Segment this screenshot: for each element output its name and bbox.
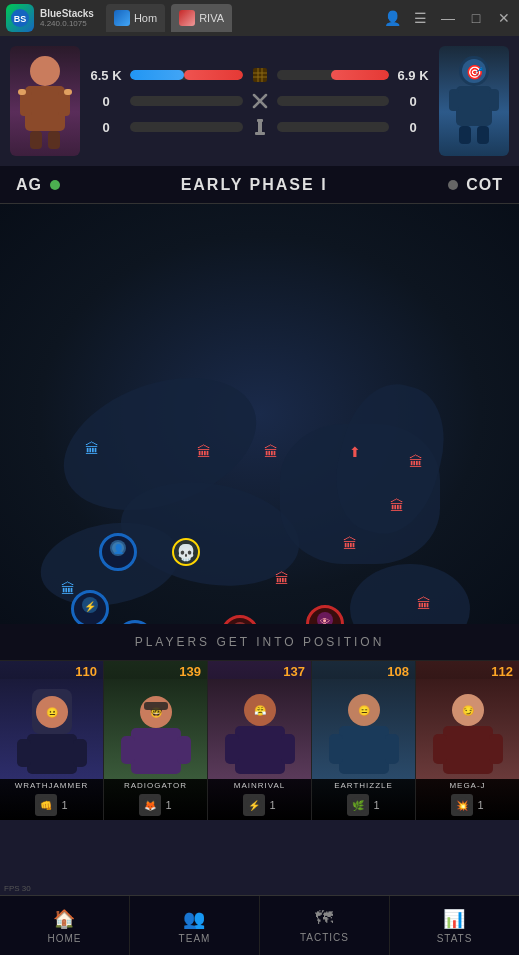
- svg-rect-63: [225, 734, 239, 764]
- roster-player-3: 137 😤 MAINRIVAL ⚡ 1: [208, 661, 312, 820]
- nav-stats-label: STATS: [437, 933, 473, 944]
- tower-icon: [249, 116, 271, 138]
- left-gold: 6.5 K: [88, 68, 124, 83]
- fps-value: 30: [22, 884, 31, 893]
- player3-bottom: ⚡ 1: [208, 792, 311, 820]
- svg-rect-55: [121, 736, 135, 764]
- towers-bar-left: [130, 122, 243, 132]
- svg-rect-64: [281, 734, 295, 764]
- roster-player-5: 112 😏 MEGA-J 💥 1: [416, 661, 519, 820]
- menu-button[interactable]: ☰: [411, 9, 429, 27]
- left-team-status-dot: [50, 180, 60, 190]
- minimize-button[interactable]: —: [439, 9, 457, 27]
- maximize-button[interactable]: □: [467, 9, 485, 27]
- nav-stats[interactable]: 📊 STATS: [390, 896, 519, 955]
- team-stats-center: 6.5 K 6.9 K 0: [88, 64, 431, 138]
- left-team-label: AG: [16, 176, 42, 194]
- tab-home-label: Hom: [134, 12, 157, 24]
- svg-rect-7: [48, 131, 60, 149]
- titlebar: BS BlueStacks 4.240.0.1075 Hom RIVA 👤 ☰ …: [0, 0, 519, 36]
- svg-rect-56: [177, 736, 191, 764]
- left-towers: 0: [88, 120, 124, 135]
- svg-text:👊: 👊: [40, 799, 53, 812]
- roster-bar: 110 😐 WRATHJAMMER 👊 1: [0, 660, 519, 820]
- player2-char-icon: 🦊: [139, 794, 161, 816]
- bottom-nav: 🏠 HOME 👥 TEAM 🗺 TACTICS 📊 STATS: [0, 895, 519, 955]
- phase-label: EARLY PHASE I: [68, 176, 440, 194]
- app-logo: BS: [6, 4, 34, 32]
- player2-bottom: 🦊 1: [104, 792, 207, 820]
- svg-rect-24: [449, 89, 459, 111]
- player5-portrait: 😏: [416, 679, 519, 779]
- svg-rect-26: [459, 126, 471, 144]
- stats-nav-icon: 📊: [443, 908, 466, 930]
- red-building-3: ⬆: [345, 442, 365, 462]
- tab-home[interactable]: Hom: [106, 4, 165, 32]
- svg-text:⚡: ⚡: [248, 799, 261, 812]
- svg-rect-23: [456, 86, 492, 126]
- player1-name: WRATHJAMMER: [15, 779, 89, 792]
- user-button[interactable]: 👤: [383, 9, 401, 27]
- home-nav-icon: 🏠: [53, 908, 76, 930]
- roster-player-4: 108 😑 EARTHIZZLE 🌿 1: [312, 661, 416, 820]
- red-building-6: 🏛: [340, 534, 360, 554]
- nav-home-label: HOME: [48, 933, 82, 944]
- svg-rect-49: [73, 739, 87, 767]
- player1-score: 110: [69, 661, 103, 679]
- close-button[interactable]: ✕: [495, 9, 513, 27]
- svg-text:BS: BS: [14, 14, 27, 24]
- red-building-7: 🏛: [414, 594, 434, 614]
- svg-rect-6: [30, 131, 42, 149]
- right-team-label: COT: [466, 176, 503, 194]
- nav-team[interactable]: 👥 TEAM: [130, 896, 260, 955]
- svg-rect-78: [489, 734, 503, 764]
- svg-rect-47: [27, 734, 77, 774]
- svg-rect-9: [64, 89, 72, 95]
- svg-rect-19: [255, 132, 265, 135]
- map-player-blue-1: 👤: [99, 533, 137, 571]
- towers-bar-right: [277, 122, 390, 132]
- svg-rect-69: [339, 726, 389, 774]
- player1-bottom: 👊 1: [0, 792, 103, 820]
- left-gold-bar: [130, 70, 184, 80]
- gold-icon: [249, 64, 271, 86]
- left-kills: 0: [88, 94, 124, 109]
- red-building-1: 🏛: [194, 442, 214, 462]
- player4-name: EARTHIZZLE: [334, 779, 393, 792]
- svg-text:👤: 👤: [113, 543, 125, 555]
- tab-riva[interactable]: RIVA: [171, 4, 232, 32]
- svg-rect-70: [329, 734, 343, 764]
- player4-char-icon: 🌿: [347, 794, 369, 816]
- svg-rect-25: [489, 89, 499, 111]
- team-nav-icon: 👥: [183, 908, 206, 930]
- player1-portrait: 😐: [0, 679, 103, 779]
- kills-bar-left: [130, 96, 243, 106]
- player4-portrait: 😑: [312, 679, 415, 779]
- player1-char-icon: 👊: [35, 794, 57, 816]
- svg-text:💥: 💥: [456, 799, 469, 812]
- player3-kills: 1: [269, 799, 275, 811]
- player3-portrait: 😤: [208, 679, 311, 779]
- svg-text:😐: 😐: [46, 706, 59, 719]
- svg-rect-77: [433, 734, 447, 764]
- nav-tactics[interactable]: 🗺 TACTICS: [260, 896, 390, 955]
- player5-char-icon: 💥: [451, 794, 473, 816]
- player3-char-icon: ⚡: [243, 794, 265, 816]
- svg-rect-54: [131, 728, 181, 774]
- svg-text:😑: 😑: [358, 704, 371, 717]
- home-tab-icon: [114, 10, 130, 26]
- player5-score: 112: [485, 661, 519, 679]
- nav-tactics-label: TACTICS: [300, 932, 349, 943]
- svg-rect-58: [144, 702, 168, 710]
- svg-rect-17: [257, 119, 263, 122]
- kills-row: 0 0: [88, 90, 431, 112]
- player2-score: 139: [173, 661, 207, 679]
- left-avatar-char: [10, 46, 80, 156]
- nav-home[interactable]: 🏠 HOME: [0, 896, 130, 955]
- right-gold-bar: [184, 70, 243, 80]
- svg-text:🎯: 🎯: [466, 64, 484, 81]
- phase-bar: AG EARLY PHASE I COT: [0, 166, 519, 204]
- red-building-2: 🏛: [261, 442, 281, 462]
- player4-kills: 1: [373, 799, 379, 811]
- right-kills: 0: [395, 94, 431, 109]
